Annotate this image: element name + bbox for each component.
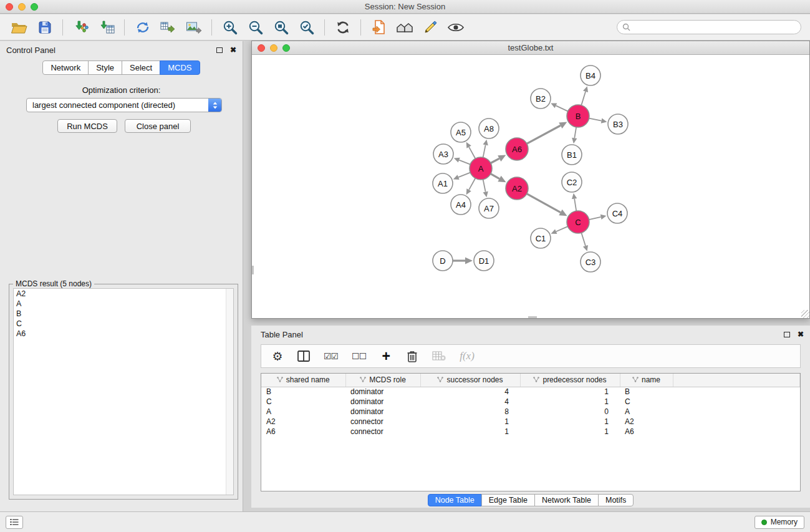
add-row-button[interactable]: + xyxy=(380,349,392,364)
column-header-predecessor-nodes[interactable]: predecessor nodes xyxy=(520,374,620,387)
graph-edge-A-A3[interactable] xyxy=(459,160,470,165)
tab-style[interactable]: Style xyxy=(88,60,122,75)
zoom-fit-button[interactable] xyxy=(268,16,294,39)
export-image-button[interactable] xyxy=(181,16,206,39)
graph-edge-B-B3[interactable] xyxy=(589,118,602,121)
import-table-file-button[interactable] xyxy=(94,16,119,39)
zoom-selected-button[interactable] xyxy=(294,16,319,39)
column-header-successor-nodes[interactable]: successor nodes xyxy=(420,374,520,387)
tab-select[interactable]: Select xyxy=(122,60,160,75)
graph-edge-arrow-B-B4 xyxy=(583,86,588,92)
select-all-button[interactable]: ☑☑ xyxy=(324,351,338,361)
table-cell-filler xyxy=(673,427,800,437)
network-window-titlebar[interactable]: testGlobe.txt xyxy=(252,41,809,55)
style-edit-button[interactable] xyxy=(417,16,443,39)
table-settings-button[interactable]: ⚙ xyxy=(271,351,284,362)
graph-edge-A-A4[interactable] xyxy=(469,178,475,190)
graph-edge-B-B1[interactable] xyxy=(574,127,576,138)
deselect-all-icon: ☐☐ xyxy=(352,351,366,361)
home-button[interactable] xyxy=(392,16,417,39)
show-hide-button[interactable] xyxy=(443,16,468,39)
tab-mcds[interactable]: MCDS xyxy=(160,60,200,75)
table-row[interactable]: A2connector11A2 xyxy=(261,417,800,427)
column-header-mcds-role[interactable]: MCDS role xyxy=(345,374,420,387)
graph-edge-A6-B[interactable] xyxy=(527,125,561,143)
tab-network[interactable]: Network xyxy=(42,60,89,75)
network-canvas[interactable]: AA6A2BCA5A8A3A1A4A7B2B4B3B1C2C4C1C3DD1 xyxy=(252,55,809,318)
mcds-result-item[interactable]: A2 xyxy=(14,289,233,299)
zoom-out-icon xyxy=(248,19,264,36)
mcds-result-item[interactable]: A6 xyxy=(14,329,233,339)
save-session-button[interactable] xyxy=(32,16,57,39)
table-row[interactable]: Cdominator41C xyxy=(261,397,800,407)
tab-network-table[interactable]: Network Table xyxy=(534,494,599,506)
graph-edge-A-A7[interactable] xyxy=(483,180,486,192)
delete-table-button[interactable] xyxy=(432,351,446,361)
graph-edge-A-A5[interactable] xyxy=(469,147,475,159)
close-panel-button[interactable]: Close panel xyxy=(125,119,191,133)
memory-button[interactable]: Memory xyxy=(755,516,804,529)
graph-edge-C-C3[interactable] xyxy=(581,233,586,246)
graph-node-label-B: B xyxy=(576,112,581,121)
graph-edge-A-A2[interactable] xyxy=(491,174,499,179)
window-titlebar[interactable]: Session: New Session xyxy=(0,0,810,14)
share-network-button[interactable] xyxy=(130,16,155,39)
show-columns-button[interactable] xyxy=(297,351,310,362)
refresh-button[interactable] xyxy=(330,16,355,39)
run-mcds-button[interactable]: Run MCDS xyxy=(57,119,117,133)
graph-edge-A-A6[interactable] xyxy=(491,158,499,163)
float-panel-icon[interactable] xyxy=(216,47,223,53)
function-builder-button[interactable]: f(x) xyxy=(460,350,475,362)
graph-node-label-D: D xyxy=(440,256,445,266)
column-header-shared-name[interactable]: shared name xyxy=(261,374,345,387)
tab-motifs[interactable]: Motifs xyxy=(598,494,634,506)
graph-edge-arrow-C-C4 xyxy=(600,215,607,220)
graph-edge-A-A8[interactable] xyxy=(483,145,486,157)
mcds-result-item[interactable]: A xyxy=(14,299,233,309)
float-table-panel-icon[interactable] xyxy=(784,332,790,337)
toolbar-separator xyxy=(124,19,125,36)
window-title: Session: New Session xyxy=(0,2,810,11)
import-network-file-icon xyxy=(73,20,89,35)
table-row[interactable]: Adominator80A xyxy=(261,407,800,417)
graph-edge-B-B2[interactable] xyxy=(556,105,567,111)
canvas-vertical-scroll[interactable] xyxy=(252,266,254,274)
mcds-result-list[interactable]: A2ABCA6 xyxy=(13,288,234,495)
table-row[interactable]: A6connector11A6 xyxy=(261,427,800,437)
graph-edge-C-C4[interactable] xyxy=(589,217,601,220)
search-field[interactable] xyxy=(617,20,801,34)
optimization-criterion-select[interactable]: largest connected component (directed) xyxy=(26,98,222,112)
import-network-file-button[interactable] xyxy=(68,16,94,39)
graph-edge-C-C1[interactable] xyxy=(556,226,568,231)
graph-node-label-C1: C1 xyxy=(536,234,546,243)
table-row[interactable]: Bdominator41B xyxy=(261,387,800,397)
graph-edge-A-A1[interactable] xyxy=(458,173,470,178)
home-icon xyxy=(396,20,413,35)
zoom-out-button[interactable] xyxy=(243,16,268,39)
delete-row-button[interactable] xyxy=(406,350,418,363)
open-session-button[interactable] xyxy=(6,16,32,39)
graph-edge-B-B4[interactable] xyxy=(581,92,586,105)
mcds-result-item[interactable]: B xyxy=(14,309,233,319)
mcds-result-item[interactable]: C xyxy=(14,319,233,329)
graph-edge-C-C2[interactable] xyxy=(574,199,576,211)
panel-list-button[interactable] xyxy=(6,516,23,529)
zoom-in-button[interactable] xyxy=(217,16,243,39)
deselect-all-button[interactable]: ☐☐ xyxy=(352,351,366,361)
close-panel-icon[interactable]: ✖ xyxy=(230,46,236,54)
network-from-table-icon xyxy=(160,20,176,35)
tab-edge-table[interactable]: Edge Table xyxy=(481,494,535,506)
graph-edge-A2-C[interactable] xyxy=(527,194,561,213)
close-table-panel-icon[interactable]: ✖ xyxy=(798,331,804,338)
canvas-horizontal-scroll[interactable] xyxy=(528,316,537,318)
tab-node-table[interactable]: Node Table xyxy=(428,494,482,506)
result-scrollbar[interactable] xyxy=(226,289,233,495)
column-type-icon xyxy=(437,375,443,384)
table-cell-filler xyxy=(673,397,800,407)
column-header-name[interactable]: name xyxy=(620,374,673,387)
network-from-table-button[interactable] xyxy=(155,16,181,39)
search-input[interactable] xyxy=(634,23,796,32)
annotation-document-button[interactable] xyxy=(366,16,392,39)
resize-grip[interactable] xyxy=(801,310,809,318)
column-type-icon xyxy=(533,375,539,384)
